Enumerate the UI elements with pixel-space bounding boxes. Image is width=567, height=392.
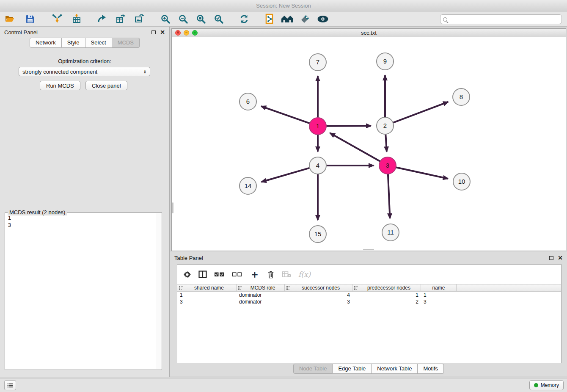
export-table-button[interactable]: [114, 13, 127, 25]
delete-column-button[interactable]: [267, 270, 275, 279]
delete-table-button[interactable]: [282, 271, 291, 278]
zoom-selected-button[interactable]: [212, 13, 225, 25]
float-table-panel-icon[interactable]: [549, 256, 553, 260]
zoom-in-button[interactable]: [159, 13, 172, 25]
table-settings-button[interactable]: [183, 271, 191, 279]
table-delete-icon: [282, 271, 291, 278]
close-table-panel-icon[interactable]: ✕: [558, 255, 563, 261]
node-table-window: ＋ f(x) shared name MCD: [177, 264, 561, 363]
double-home-icon: [281, 14, 294, 24]
eye-icon: [317, 15, 329, 23]
network-canvas[interactable]: 7968124314101511: [172, 37, 566, 251]
edge-2-3[interactable]: [385, 134, 387, 152]
edge-1-2[interactable]: [326, 126, 371, 126]
control-panel-header: Control Panel ✕: [0, 27, 169, 38]
style-tag-icon: [300, 14, 310, 24]
minimize-window-icon[interactable]: −: [184, 30, 189, 36]
tab-node-table[interactable]: Node Table: [293, 364, 333, 374]
gear-icon: [183, 271, 191, 279]
zoom-out-icon: [178, 14, 188, 24]
mcds-result-line: 1: [8, 215, 159, 222]
function-builder-button[interactable]: f(x): [298, 270, 311, 279]
zoom-fit-icon: [196, 14, 206, 24]
node-label-8: 8: [460, 93, 463, 100]
column-header-mcds-role[interactable]: MCDS role: [237, 284, 285, 291]
edge-2-8[interactable]: [393, 102, 448, 123]
tab-mcds[interactable]: MCDS: [112, 38, 140, 48]
select-all-rows-button[interactable]: [214, 271, 225, 278]
zoom-out-button[interactable]: [177, 13, 190, 25]
mcds-result-line: 3: [8, 222, 159, 229]
close-window-icon[interactable]: ✕: [175, 30, 181, 36]
tab-network[interactable]: Network: [30, 38, 62, 48]
edge-4-14[interactable]: [261, 168, 310, 182]
show-hide-button[interactable]: [317, 13, 329, 25]
node-label-15: 15: [314, 230, 322, 237]
zoom-window-icon[interactable]: ＋: [192, 30, 198, 36]
result-scrollbar-track[interactable]: [156, 213, 161, 369]
mcds-result-box: 1 3: [5, 213, 162, 370]
document-share-icon: [264, 14, 275, 25]
annotation-document-button[interactable]: [263, 13, 276, 25]
tab-select[interactable]: Select: [85, 38, 112, 48]
add-column-button[interactable]: ＋: [250, 269, 260, 279]
optimization-criterion-select[interactable]: strongly connected component ▲▼: [19, 67, 150, 76]
edge-3-11[interactable]: [388, 174, 390, 218]
search-box[interactable]: [440, 14, 562, 24]
refresh-button[interactable]: [238, 13, 250, 25]
zoom-in-icon: [160, 14, 171, 24]
column-header-predecessor-nodes[interactable]: predecessor nodes: [352, 284, 421, 291]
edge-1-6[interactable]: [261, 106, 310, 123]
horizontal-scrollbar-thumb[interactable]: [363, 249, 374, 250]
export-network-button[interactable]: [96, 13, 108, 25]
sort-tree-icon: [354, 286, 358, 290]
tab-motifs[interactable]: Motifs: [418, 364, 444, 374]
node-label-3: 3: [386, 162, 389, 169]
task-history-button[interactable]: [4, 380, 16, 390]
table-header-row: shared name MCDS role successor nodes pr…: [177, 284, 561, 292]
cell-name: 3: [421, 299, 457, 305]
zoom-fit-button[interactable]: [195, 13, 207, 25]
network-view-window: ✕ − ＋ scc.txt 7968124314101511: [171, 28, 566, 251]
network-window-titlebar[interactable]: ✕ − ＋ scc.txt: [172, 29, 566, 37]
open-session-button[interactable]: [3, 13, 16, 25]
style-button[interactable]: [299, 13, 311, 25]
export-image-button[interactable]: [133, 13, 146, 25]
table-panel-title: Table Panel: [174, 255, 203, 261]
deselect-all-rows-button[interactable]: [232, 271, 242, 278]
table-row[interactable]: 1 dominator 4 1 1: [177, 292, 561, 298]
table-panel-header: Table Panel ✕: [170, 252, 567, 263]
close-panel-button[interactable]: Close panel: [85, 81, 127, 90]
tab-style[interactable]: Style: [62, 38, 85, 48]
sort-tree-icon: [286, 286, 291, 290]
edge-3-10[interactable]: [396, 167, 448, 179]
search-input[interactable]: [449, 16, 559, 23]
vertical-scrollbar-thumb[interactable]: [172, 202, 173, 213]
optimization-criterion-label: Optimization criterion:: [0, 58, 169, 64]
node-label-6: 6: [246, 98, 250, 105]
cell-mcds-role: dominator: [237, 299, 285, 305]
edge-3-1[interactable]: [330, 133, 380, 161]
table-row[interactable]: 3 dominator 3 2 3: [177, 298, 561, 305]
column-header-shared-name[interactable]: shared name: [177, 284, 237, 291]
column-layout-button[interactable]: [198, 271, 207, 278]
tab-network-table[interactable]: Network Table: [372, 364, 418, 374]
trash-icon: [267, 270, 275, 279]
cell-successor-nodes: 3: [285, 299, 352, 305]
unchecked-boxes-icon: [232, 271, 242, 278]
import-network-button[interactable]: [51, 13, 63, 25]
close-panel-icon[interactable]: ✕: [160, 29, 165, 35]
column-header-successor-nodes[interactable]: successor nodes: [285, 284, 352, 291]
column-header-name[interactable]: name: [421, 284, 457, 291]
table-panel: Table Panel ✕ ＋: [170, 252, 567, 376]
save-session-button[interactable]: [24, 13, 36, 25]
zoom-selected-icon: [214, 14, 224, 24]
table-toolbar: ＋ f(x): [177, 265, 561, 284]
run-mcds-button[interactable]: Run MCDS: [40, 81, 80, 90]
first-neighbors-button[interactable]: [281, 13, 294, 25]
memory-button[interactable]: Memory: [529, 380, 564, 390]
import-table-button[interactable]: [70, 13, 83, 25]
tab-edge-table[interactable]: Edge Table: [333, 364, 372, 374]
float-panel-icon[interactable]: [151, 30, 156, 34]
cell-shared-name: 3: [177, 299, 237, 305]
